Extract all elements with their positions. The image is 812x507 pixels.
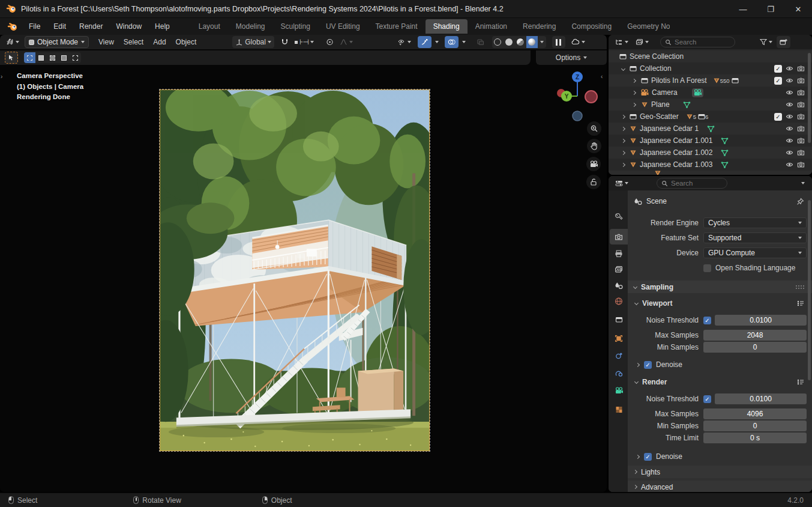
viewlayer-properties-tab[interactable]	[610, 261, 628, 277]
hide-eye-icon[interactable]	[786, 137, 793, 144]
select-extend-button[interactable]	[35, 52, 47, 63]
select-set-button[interactable]	[24, 52, 35, 63]
camera-view-button[interactable]	[586, 157, 601, 171]
zoom-button[interactable]	[587, 121, 601, 136]
gizmos-dropdown[interactable]	[432, 36, 442, 48]
render-visibility-icon[interactable]	[797, 89, 805, 96]
physics-tab[interactable]	[610, 365, 628, 381]
menu-select[interactable]: Select	[119, 38, 148, 46]
noise-threshold-checkbox[interactable]: ✓	[703, 317, 711, 324]
show-object-types-dropdown[interactable]	[394, 36, 414, 48]
min-samples-field[interactable]: 0	[703, 342, 807, 353]
options-button[interactable]: Options	[536, 50, 607, 65]
outliner-scope-dropdown[interactable]	[633, 36, 652, 48]
menu-help[interactable]: Help	[148, 20, 176, 33]
pan-button[interactable]	[587, 139, 601, 153]
outliner-row-camera[interactable]: Camera	[609, 87, 812, 99]
feature-set-dropdown[interactable]: Supported	[703, 232, 807, 243]
transform-orientation-dropdown[interactable]: Global	[232, 36, 274, 48]
menu-render[interactable]: Render	[73, 20, 109, 33]
render-subpanel-header[interactable]: Render	[635, 376, 812, 387]
denoise-checkbox[interactable]: ✓	[644, 453, 652, 461]
expander-icon[interactable]	[621, 162, 625, 166]
outliner-row-pilotis[interactable]: Pilotis In A Forest 550 ✓	[609, 74, 812, 87]
expander-icon[interactable]	[621, 126, 625, 130]
menu-object[interactable]: Object	[171, 38, 202, 46]
viewport-subpanel-header[interactable]: Viewport	[635, 297, 812, 309]
outliner-display-mode-dropdown[interactable]	[612, 36, 631, 48]
constraints-tab[interactable]	[610, 348, 628, 363]
active-tool-button[interactable]	[5, 52, 18, 64]
menu-view[interactable]: View	[94, 38, 119, 46]
proportional-editing-button[interactable]	[323, 36, 337, 48]
tab-geometry-nodes[interactable]: Geometry No	[619, 19, 670, 34]
render-visibility-icon[interactable]	[797, 113, 805, 120]
render-properties-tab[interactable]	[610, 229, 628, 244]
expander-icon[interactable]	[636, 454, 640, 458]
outliner-row-geo-scatter[interactable]: Geo-Scatter 5 6 ✓	[609, 111, 812, 123]
menu-edit[interactable]: Edit	[47, 20, 73, 33]
exclude-checkbox[interactable]: ✓	[774, 77, 782, 85]
expander-icon[interactable]	[621, 138, 625, 142]
texture-tab[interactable]	[610, 402, 628, 417]
object-properties-tab[interactable]	[610, 330, 628, 346]
outliner-row-cedar-1001[interactable]: Japanese Cedar 1.001	[609, 135, 812, 147]
shading-wireframe-button[interactable]	[492, 36, 504, 48]
tab-compositing[interactable]: Compositing	[564, 19, 619, 34]
sampling-panel-header[interactable]: Sampling	[628, 281, 812, 293]
new-collection-button[interactable]	[777, 36, 790, 48]
hide-eye-icon[interactable]	[786, 65, 793, 72]
max-samples-field[interactable]: 4096	[703, 408, 807, 419]
menu-file[interactable]: File	[22, 20, 47, 33]
outliner-row-partial[interactable]	[609, 171, 812, 175]
outliner-row-cedar-1003[interactable]: Japanese Cedar 1.003	[609, 159, 812, 171]
hide-eye-icon[interactable]	[786, 113, 793, 120]
gizmos-toggle[interactable]	[418, 36, 432, 48]
shading-solid-button[interactable]	[504, 36, 515, 48]
denoise-checkbox[interactable]: ✓	[644, 361, 652, 369]
outliner-row-cedar-1[interactable]: Japanese Cedar 1	[609, 123, 812, 135]
menu-window[interactable]: Window	[109, 20, 148, 33]
hide-eye-icon[interactable]	[786, 101, 793, 108]
proportional-falloff-dropdown[interactable]	[337, 36, 356, 48]
properties-editor-type-button[interactable]	[612, 177, 631, 189]
breadcrumb-scene[interactable]: Scene	[646, 197, 667, 205]
close-button[interactable]: ✕	[784, 0, 812, 18]
device-dropdown[interactable]: GPU Compute	[703, 247, 807, 258]
expander-icon[interactable]	[621, 66, 625, 70]
render-visibility-icon[interactable]	[797, 125, 805, 132]
snap-settings-dropdown[interactable]: ⊦⊣	[292, 36, 317, 48]
render-visibility-icon[interactable]	[797, 149, 805, 156]
tab-shading[interactable]: Shading	[426, 19, 468, 34]
render-visibility-icon[interactable]	[797, 77, 805, 84]
properties-options-dropdown[interactable]	[801, 182, 805, 184]
editor-type-button[interactable]	[3, 36, 22, 48]
hide-eye-icon[interactable]	[786, 89, 793, 96]
tab-rendering[interactable]: Rendering	[515, 19, 564, 34]
render-engine-dropdown[interactable]: Cycles	[703, 217, 807, 228]
scene-properties-tab[interactable]	[610, 278, 628, 293]
render-pass-dropdown[interactable]	[568, 36, 588, 48]
output-properties-tab[interactable]	[610, 246, 628, 261]
tab-texture-paint[interactable]: Texture Paint	[368, 19, 426, 34]
hide-eye-icon[interactable]	[786, 161, 793, 168]
tab-sculpting[interactable]: Sculpting	[273, 19, 318, 34]
max-samples-field[interactable]: 2048	[703, 330, 807, 341]
blender-menu-icon[interactable]	[7, 22, 17, 31]
toolbar-expand-arrow[interactable]: ›	[1, 73, 2, 80]
expander-icon[interactable]	[621, 114, 625, 118]
snap-toggle-button[interactable]	[278, 36, 292, 48]
time-limit-field[interactable]: 0 s	[703, 433, 807, 443]
expander-icon[interactable]	[621, 150, 625, 154]
expander-icon[interactable]	[632, 90, 636, 94]
outliner-row-scene-collection[interactable]: Scene Collection	[609, 50, 812, 62]
outliner-filter-dropdown[interactable]	[757, 36, 775, 48]
outliner-scrollbar[interactable]	[808, 53, 811, 143]
render-visibility-icon[interactable]	[797, 65, 805, 72]
minimize-button[interactable]: —	[729, 0, 757, 18]
lights-panel-header[interactable]: Lights	[628, 466, 812, 478]
vp-denoise-row[interactable]: ✓ Denoise	[628, 359, 807, 371]
menu-add[interactable]: Add	[148, 38, 170, 46]
min-samples-field[interactable]: 0	[703, 420, 807, 431]
lock-view-button[interactable]	[586, 175, 601, 189]
